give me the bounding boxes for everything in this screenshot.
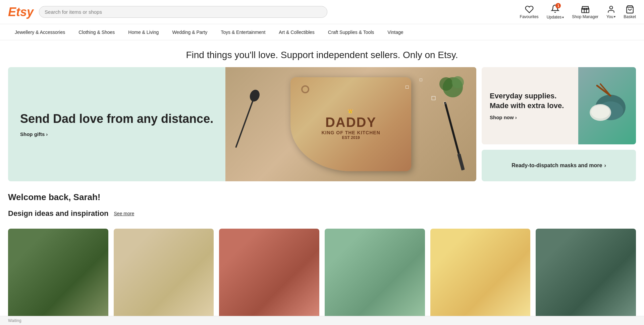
nav-item-toys[interactable]: Toys & Entertainment [214, 24, 272, 40]
decor-square-4: ◻ [443, 101, 446, 104]
svg-rect-6 [235, 100, 254, 148]
arrow-icon-right: › [515, 114, 517, 120]
decor-square-3: ◻ [419, 77, 423, 82]
product-image-1 [8, 229, 108, 325]
shop-manager-label: Shop Manager [572, 14, 598, 19]
updates-badge: 1 [555, 3, 561, 8]
nav-item-craft[interactable]: Craft Supplies & Tools [321, 24, 381, 40]
favourites-action[interactable]: Favourites [520, 5, 539, 19]
nav-item-art[interactable]: Art & Collectibles [272, 24, 321, 40]
shop-now-link[interactable]: Shop now › [490, 114, 570, 120]
decor-square-1: ◻ [431, 94, 436, 101]
product-card-1[interactable] [8, 229, 108, 325]
banner-right-image [578, 67, 636, 144]
product-image-5 [430, 229, 531, 325]
main-nav: Jewellery & Accessories Clothing & Shoes… [0, 24, 644, 40]
banner-area: Send Dad love from any distance. Shop gi… [0, 67, 644, 181]
cutting-board: 👑 DADDY KING OF THE KITCHEN EST 2019 [290, 77, 411, 171]
svg-rect-7 [444, 102, 460, 154]
banner-right-title: Everyday supplies. Made with extra love. [490, 91, 570, 110]
knife-illustration [440, 101, 469, 175]
product-card-6[interactable] [536, 229, 636, 325]
svg-point-9 [302, 86, 309, 93]
person-icon [607, 5, 615, 14]
svg-point-3 [609, 6, 612, 9]
header-actions: Favourites 1 Updates ▾ [520, 4, 636, 19]
shop-manager-action[interactable]: Shop Manager [572, 5, 598, 19]
banner-right: Everyday supplies. Made with extra love.… [482, 67, 636, 181]
design-header: Design ideas and inspiration See more [8, 209, 636, 218]
you-action[interactable]: You ▾ [606, 5, 615, 19]
you-label: You ▾ [606, 14, 615, 19]
product-card-2[interactable] [114, 229, 214, 325]
arrow-icon-bottom: › [604, 162, 606, 169]
arrow-icon: › [46, 131, 48, 137]
svg-point-5 [248, 88, 261, 103]
product-image-4 [325, 229, 425, 325]
decor-square-2: ◻ [405, 84, 409, 89]
search-input[interactable] [45, 9, 322, 15]
updates-label: Updates ▾ [547, 15, 564, 19]
heart-icon [525, 5, 534, 14]
masks-link[interactable]: Ready-to-dispatch masks and more › [512, 162, 606, 169]
nav-item-jewellery[interactable]: Jewellery & Accessories [8, 24, 72, 40]
svg-point-11 [439, 77, 453, 91]
favourites-label: Favourites [520, 14, 539, 19]
banner-right-bottom[interactable]: Ready-to-dispatch masks and more › [482, 150, 636, 181]
shop-gifts-link[interactable]: Shop gifts › [20, 131, 213, 137]
nav-item-clothing[interactable]: Clothing & Shoes [72, 24, 121, 40]
svg-point-18 [591, 105, 610, 119]
product-grid [0, 229, 644, 325]
status-bar: Waiting [0, 316, 644, 325]
updates-action[interactable]: 1 Updates ▾ [547, 4, 564, 19]
nav-item-vintage[interactable]: Vintage [381, 24, 410, 40]
updates-chevron: ▾ [562, 15, 564, 19]
header: Etsy Favourites 1 [0, 0, 644, 24]
board-text: 👑 DADDY KING OF THE KITCHEN EST 2019 [321, 109, 380, 140]
basket-label: Basket [624, 14, 636, 19]
svg-rect-8 [457, 153, 465, 171]
product-image-3 [219, 229, 319, 325]
search-bar [39, 6, 327, 18]
product-card-4[interactable] [325, 229, 425, 325]
herbs-decoration [439, 74, 466, 102]
nav-item-wedding[interactable]: Wedding & Party [165, 24, 214, 40]
banner-right-top: Everyday supplies. Made with extra love.… [482, 67, 636, 144]
svg-point-12 [452, 76, 464, 88]
design-section-title: Design ideas and inspiration [8, 209, 109, 218]
mask-illustration [584, 82, 631, 129]
main-banner-title: Send Dad love from any distance. [20, 111, 213, 126]
shop-icon [581, 5, 590, 14]
basket-icon [626, 5, 634, 14]
product-card-5[interactable] [430, 229, 531, 325]
see-more-link[interactable]: See more [114, 211, 135, 216]
status-text: Waiting [8, 318, 21, 323]
product-image-6 [536, 229, 636, 325]
basket-action[interactable]: Basket [624, 5, 636, 19]
main-banner-content: Send Dad love from any distance. Shop gi… [8, 67, 225, 181]
svg-rect-2 [582, 8, 589, 12]
hero-tagline: Find things you'll love. Support indepen… [0, 40, 644, 67]
welcome-title: Welcome back, Sarah! [8, 192, 636, 202]
product-image-2 [114, 229, 214, 325]
product-card-3[interactable] [219, 229, 319, 325]
nav-item-home[interactable]: Home & Living [121, 24, 165, 40]
cutting-board-illustration: 👑 DADDY KING OF THE KITCHEN EST 2019 ◻ [225, 67, 476, 181]
banner-right-top-content: Everyday supplies. Made with extra love.… [482, 67, 578, 144]
welcome-section: Welcome back, Sarah! Design ideas and in… [0, 181, 644, 229]
logo[interactable]: Etsy [8, 5, 34, 19]
spoon-illustration [228, 87, 263, 155]
you-chevron: ▾ [614, 15, 615, 18]
main-banner: Send Dad love from any distance. Shop gi… [8, 67, 476, 181]
main-banner-image: 👑 DADDY KING OF THE KITCHEN EST 2019 ◻ [225, 67, 476, 181]
